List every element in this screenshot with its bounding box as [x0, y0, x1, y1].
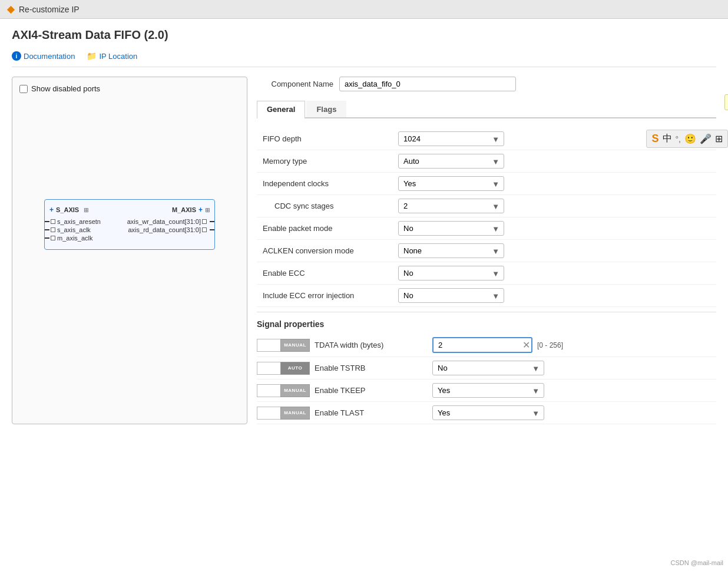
- tstrb-select[interactable]: NoYes: [432, 361, 544, 375]
- left-port-title: S_AXIS: [56, 206, 79, 213]
- tdata-input[interactable]: [432, 337, 532, 353]
- port-row-maclk: m_axis_aclk: [45, 234, 127, 242]
- ip-location-label: IP Location: [99, 52, 137, 61]
- independent-clocks-label: Independent clocks: [257, 179, 398, 188]
- enable-ecc-select-wrapper: NoYes ▼: [398, 266, 504, 280]
- tstrb-badge-left: [257, 362, 280, 375]
- ime-s-icon: S: [651, 133, 658, 145]
- ime-smiley-icon[interactable]: 🙂: [684, 133, 696, 144]
- field-memory-type: Memory type Auto Block RAMDistributed RA…: [257, 150, 716, 173]
- ime-mic-icon[interactable]: 🎤: [700, 133, 712, 144]
- block-title-left: + S_AXIS ⊞: [49, 206, 88, 214]
- tkeep-badge-left: [257, 384, 280, 397]
- independent-clocks-select[interactable]: YesNo: [398, 176, 504, 191]
- enable-ecc-select[interactable]: NoYes: [398, 266, 504, 280]
- tlast-select[interactable]: YesNo: [432, 405, 544, 420]
- signal-row-tdata: MANUAL TDATA width (bytes) ✕ [0 - 256]: [257, 334, 716, 357]
- memory-type-select[interactable]: Auto Block RAMDistributed RAM: [398, 154, 504, 169]
- tlast-select-wrapper: YesNo ▼: [432, 405, 544, 420]
- port-row-wr: axis_wr_data_count[31:0]: [127, 217, 214, 226]
- aclken-conversion-mode-select[interactable]: NoneAutoManual: [398, 243, 504, 258]
- top-links: i Documentation 📁 IP Location: [12, 51, 716, 67]
- tdata-clear-icon[interactable]: ✕: [522, 339, 530, 351]
- signal-properties-title: Signal properties: [257, 312, 716, 334]
- fifo-depth-select[interactable]: 1024 3264128256512 204840968192163843276…: [398, 131, 504, 146]
- include-ecc-error-injection-select[interactable]: NoYes: [398, 288, 504, 303]
- wr-label: axis_wr_data_count[31:0]: [127, 218, 201, 225]
- tlast-badge-left: [257, 407, 280, 420]
- ip-block: + S_AXIS ⊞ M_AXIS + ⊞: [44, 199, 215, 250]
- content-area: Show disabled ports + S_AXIS ⊞ M_AXIS +: [12, 77, 716, 424]
- port-row-aresetn: s_axis_aresetn: [45, 217, 127, 226]
- field-enable-ecc: Enable ECC NoYes ▼: [257, 262, 716, 285]
- field-cdc-sync-stages: CDC sync stages 2345678 ▼: [257, 195, 716, 217]
- rd-connector: [202, 227, 207, 232]
- title-bar-text: Re-customize IP: [19, 5, 80, 14]
- aresetn-label: s_axis_aresetn: [57, 218, 101, 225]
- show-disabled-checkbox[interactable]: [19, 85, 28, 93]
- tstrb-label: Enable TSTRB: [315, 364, 432, 372]
- component-name-input[interactable]: [339, 77, 516, 91]
- component-name-label: Component Name: [257, 80, 333, 88]
- memory-type-select-wrapper: Auto Block RAMDistributed RAM ▼: [398, 154, 504, 169]
- watermark: CSDN @mail-mail: [671, 559, 723, 566]
- enable-packet-mode-label: Enable packet mode: [257, 224, 398, 233]
- wr-connector: [202, 219, 207, 224]
- tdata-badge: MANUAL: [257, 339, 310, 352]
- general-fields: FIFO depth 1024 3264128256512 2048409681…: [257, 128, 716, 307]
- signal-row-tkeep: MANUAL Enable TKEEP YesNo ▼: [257, 379, 716, 402]
- left-plus-icon[interactable]: +: [49, 206, 54, 214]
- main-container: AXI4-Stream Data FIFO (2.0) i Documentat…: [0, 19, 728, 571]
- ime-chinese-icon[interactable]: 中: [663, 133, 672, 145]
- include-ecc-error-injection-label: Include ECC error injection: [257, 291, 398, 300]
- include-ecc-error-injection-select-wrapper: NoYes ▼: [398, 288, 504, 303]
- field-include-ecc-error-injection: Include ECC error injection NoYes ▼: [257, 285, 716, 307]
- port-row-saclk: s_axis_aclk: [45, 226, 127, 234]
- title-bar: ◆ Re-customize IP: [0, 0, 728, 19]
- info-icon: i: [12, 51, 21, 61]
- fifo-depth-label: FIFO depth: [257, 134, 398, 143]
- show-disabled-row: Show disabled ports: [19, 84, 240, 93]
- saclk-connector: [51, 227, 55, 232]
- fifo-depth-select-wrapper: 1024 3264128256512 204840968192163843276…: [398, 131, 504, 146]
- tkeep-select[interactable]: YesNo: [432, 383, 544, 398]
- tabs: General Flags: [257, 101, 716, 118]
- tdata-badge-right: MANUAL: [280, 339, 310, 352]
- documentation-label: Documentation: [24, 52, 75, 61]
- cdc-sync-stages-select-wrapper: 2345678 ▼: [398, 199, 504, 213]
- enable-packet-mode-select[interactable]: NoYes: [398, 221, 504, 236]
- left-ports: s_axis_aresetn s_axis_aclk m_axis_aclk: [45, 217, 127, 242]
- folder-icon: 📁: [87, 51, 97, 61]
- independent-clocks-select-wrapper: YesNo ▼: [398, 176, 504, 191]
- app-icon: ◆: [7, 4, 14, 15]
- right-plus-icon[interactable]: +: [198, 206, 203, 214]
- maclk-connector: [51, 236, 55, 240]
- block-title-right: M_AXIS + ⊞: [172, 206, 210, 214]
- tkeep-badge: MANUAL: [257, 384, 310, 397]
- tab-general[interactable]: General: [257, 101, 305, 118]
- ime-dot-icon: °,: [676, 134, 681, 144]
- cdc-sync-stages-select[interactable]: 2345678: [398, 199, 504, 213]
- tab-flags[interactable]: Flags: [306, 101, 346, 117]
- left-grid-icon: ⊞: [84, 207, 88, 213]
- memory-type-label: Memory type: [257, 157, 398, 166]
- field-enable-packet-mode: Enable packet mode NoYes ▼: [257, 217, 716, 240]
- aclken-conversion-mode-select-wrapper: NoneAutoManual ▼: [398, 243, 504, 258]
- tstrb-select-wrapper: NoYes ▼: [432, 361, 544, 375]
- aclken-conversion-mode-label: ACLKEN conversion mode: [257, 246, 398, 255]
- aresetn-connector: [51, 219, 55, 224]
- enable-ecc-label: Enable ECC: [257, 269, 398, 278]
- tlast-badge: MANUAL: [257, 407, 310, 420]
- right-panel: Component Name 组件名称 General Flags FIFO d…: [257, 77, 716, 424]
- ip-location-link[interactable]: 📁 IP Location: [87, 51, 137, 61]
- component-name-row: Component Name 组件名称: [257, 77, 716, 91]
- tkeep-badge-right: MANUAL: [280, 384, 310, 397]
- diagram-container: + S_AXIS ⊞ M_AXIS + ⊞: [19, 199, 240, 250]
- ime-menu-icon[interactable]: ⊞: [715, 133, 723, 144]
- maclk-label: m_axis_aclk: [57, 235, 93, 242]
- field-independent-clocks: Independent clocks YesNo ▼: [257, 173, 716, 195]
- tkeep-select-wrapper: YesNo ▼: [432, 383, 544, 398]
- documentation-link[interactable]: i Documentation: [12, 51, 75, 61]
- left-panel: Show disabled ports + S_AXIS ⊞ M_AXIS +: [12, 77, 247, 424]
- right-ports: axis_wr_data_count[31:0] axis_rd_data_co…: [127, 217, 214, 242]
